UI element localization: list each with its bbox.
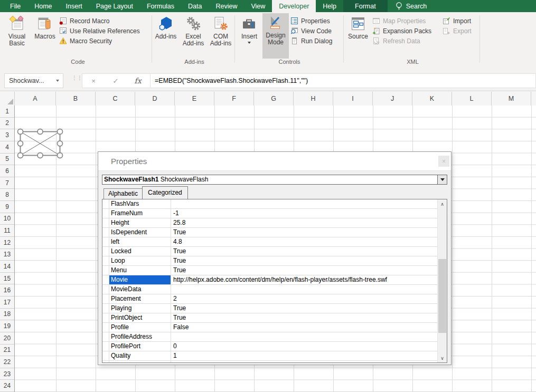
row-header-22[interactable]: 22 [0,356,14,368]
row-header-21[interactable]: 21 [0,345,14,357]
row-header-10[interactable]: 10 [0,213,14,225]
column-header-C[interactable]: C [96,92,135,106]
property-value-cell[interactable]: 0 [171,342,438,351]
visual-basic-button[interactable]: Visual Basic [4,14,30,59]
tab-review[interactable]: Review [209,0,244,12]
row-header-23[interactable]: 23 [0,368,14,380]
property-name-cell[interactable]: MovieData [109,285,171,294]
properties-window-titlebar[interactable]: Properties × [98,152,451,171]
column-header-A[interactable]: A [15,92,56,106]
property-name-cell[interactable]: FrameNum [109,209,171,218]
row-header-6[interactable]: 6 [0,165,14,177]
tab-help[interactable]: Help [316,0,343,12]
tab-insert[interactable]: Insert [59,0,89,12]
property-name-cell[interactable]: Playing [109,304,171,313]
column-header-B[interactable]: B [56,92,96,106]
property-value-cell[interactable]: True [171,256,438,265]
property-value-cell[interactable]: True [171,266,438,275]
property-name-cell[interactable]: Quality2 [109,361,171,363]
property-grid-scrollbar[interactable]: ∧ ∨ [437,199,447,362]
column-header-I[interactable]: I [333,92,373,106]
scroll-down-icon[interactable]: ∨ [438,353,447,362]
record-macro-button[interactable]: Record Macro [59,16,140,26]
tab-file[interactable]: File [3,0,27,12]
name-box-resize-handle[interactable]: ⋮⋮ [72,77,73,85]
row-header-17[interactable]: 17 [0,297,14,309]
enter-icon[interactable]: ✓ [105,77,127,85]
tab-format[interactable]: Format [343,0,388,12]
name-box-dropdown-icon[interactable] [56,80,59,82]
macro-security-button[interactable]: Macro Security [59,36,140,46]
tab-home[interactable]: Home [27,0,59,12]
property-value-cell[interactable] [171,199,438,208]
property-value-cell[interactable]: False [171,323,438,332]
property-value-cell[interactable]: -1 [171,209,438,218]
row-header-16[interactable]: 16 [0,284,14,297]
row-header-15[interactable]: 15 [0,273,14,285]
map-properties-button[interactable]: Map Properties [372,16,431,26]
run-dialog-button[interactable]: Run Dialog [290,36,332,46]
design-mode-button[interactable]: Design Mode [262,13,289,59]
insert-function-icon[interactable]: fx [127,77,149,85]
property-name-cell[interactable]: Quality [109,351,171,360]
macros-button[interactable]: Macros [31,14,59,59]
shockwave-flash-object[interactable] [16,127,64,160]
property-value-cell[interactable]: http://helpx.adobe.com/content/dm/help/e… [171,275,438,284]
property-name-cell[interactable]: Menu [109,266,171,275]
property-value-cell[interactable]: True [171,304,438,313]
column-header-E[interactable]: E [175,92,214,106]
property-value-cell[interactable]: True [171,228,438,237]
search-button[interactable]: Search [390,0,432,12]
property-value-cell[interactable]: 25.8 [171,218,438,227]
row-header-2[interactable]: 2 [0,118,14,130]
column-header-F[interactable]: F [214,92,254,106]
column-header-L[interactable]: L [452,92,492,106]
close-icon[interactable]: × [438,156,449,167]
property-name-cell[interactable]: Movie [109,275,171,284]
property-value-cell[interactable]: 2 [171,294,438,303]
formula-input[interactable]: =EMBED("ShockwaveFlash.ShockwaveFlash.11… [152,77,308,84]
property-name-cell[interactable]: PrintObject [109,313,171,322]
property-name-cell[interactable]: Height [109,218,171,227]
combo-dropdown-button[interactable] [437,175,447,184]
row-header-20[interactable]: 20 [0,332,14,345]
column-header-K[interactable]: K [412,92,452,106]
property-name-cell[interactable]: ProfilePort [109,342,171,351]
properties-button[interactable]: Properties [290,16,332,26]
property-value-cell[interactable]: True [171,247,438,256]
tab-view[interactable]: View [244,0,272,12]
property-name-cell[interactable]: IsDependent [109,228,171,237]
property-name-cell[interactable]: left [109,237,171,246]
com-add-ins-button[interactable]: COM Add-ins [207,14,234,59]
row-header-8[interactable]: 8 [0,189,14,201]
row-header-24[interactable]: 24 [0,380,14,392]
property-value-cell[interactable]: True [171,313,438,322]
column-header-H[interactable]: H [294,92,333,106]
tab-data[interactable]: Data [181,0,209,12]
property-name-cell[interactable]: Loop [109,256,171,265]
property-name-cell[interactable]: FlashVars [109,199,171,208]
cancel-icon[interactable]: × [82,77,105,85]
row-header-18[interactable]: 18 [0,309,14,321]
tab-categorized[interactable]: Categorized [142,186,188,199]
column-header-M[interactable]: M [492,92,531,106]
row-header-1[interactable]: 1 [0,106,14,118]
row-header-3[interactable]: 3 [0,129,14,141]
row-header-9[interactable]: 9 [0,201,14,213]
property-value-cell[interactable]: High [171,361,438,363]
import-button[interactable]: Import [443,16,472,26]
column-header-J[interactable]: J [373,92,412,106]
property-name-cell[interactable]: Locked [109,247,171,256]
source-button[interactable]: Source [346,14,370,59]
excel-add-ins-button[interactable]: Excel Add-ins [178,14,208,59]
column-header-D[interactable]: D [135,92,175,106]
refresh-data-button[interactable]: Refresh Data [372,36,431,46]
add-ins-button[interactable]: Add-ins [154,14,177,59]
property-value-cell[interactable] [171,285,438,294]
expansion-packs-button[interactable]: Expansion Packs [372,26,431,36]
row-header-4[interactable]: 4 [0,141,14,154]
object-selector-combobox[interactable]: ShockwaveFlash1 ShockwaveFlash [102,175,447,185]
row-header-13[interactable]: 13 [0,249,14,261]
export-button[interactable]: Export [443,26,472,36]
column-header-G[interactable]: G [254,92,294,106]
